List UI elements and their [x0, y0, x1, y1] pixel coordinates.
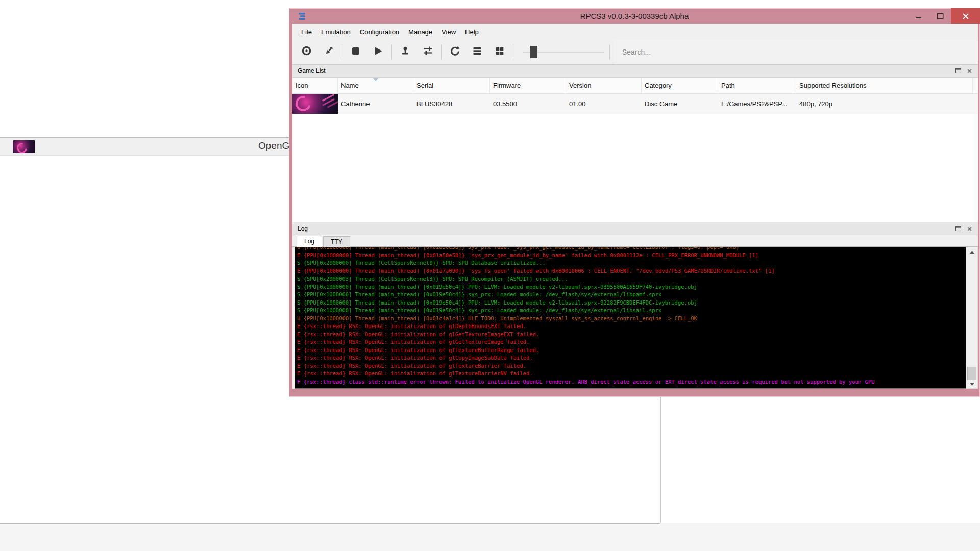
search-box: [614, 40, 978, 64]
log-dock-header[interactable]: Log: [292, 222, 978, 235]
column-header-icon[interactable]: Icon: [292, 78, 338, 93]
column-header-name[interactable]: Name: [338, 78, 413, 93]
log-line-error: E {PPU[0x1000000] Thread (main_thread) […: [297, 267, 966, 276]
log-scrollbar-thumb[interactable]: [967, 367, 976, 380]
log-tab-bar: LogTTY: [292, 235, 978, 247]
game-list-dock-title: Game List: [298, 67, 326, 74]
menu-bar: FileEmulationConfigurationManageViewHelp: [292, 24, 978, 40]
icon-size-slider[interactable]: [523, 42, 604, 62]
menu-file[interactable]: File: [297, 24, 316, 40]
toolbar-refresh-button[interactable]: [446, 42, 464, 62]
log-close-icon[interactable]: [965, 224, 974, 233]
game-list-close-icon[interactable]: [965, 67, 974, 75]
game-cell-version: 01.00: [566, 94, 642, 114]
game-list-float-icon[interactable]: [953, 67, 963, 75]
log-line-error: E {rsx::thread} RSX: OpenGL: initializat…: [297, 338, 966, 346]
tab-log[interactable]: Log: [297, 236, 322, 247]
sort-descending-icon: [373, 78, 378, 81]
refresh-icon: [450, 45, 460, 58]
column-header-category[interactable]: Category: [642, 78, 718, 93]
game-list-dock-header[interactable]: Game List: [292, 64, 978, 78]
game-cell-path: F:/Games/PS2&PSP...: [718, 94, 796, 114]
menu-emulation[interactable]: Emulation: [316, 24, 355, 40]
log-line-error: E {rsx::thread} RSX: OpenGL: initializat…: [297, 370, 966, 378]
fullscreen-exit-icon: [324, 46, 334, 58]
scroll-down-icon[interactable]: [966, 380, 977, 388]
log-line-error: E {rsx::thread} RSX: OpenGL: initializat…: [297, 346, 966, 355]
toolbar-fullscreen-exit-button[interactable]: [320, 42, 338, 62]
slider-handle[interactable]: [530, 46, 537, 58]
log-line-error: E {rsx::thread} RSX: OpenGL: initializat…: [297, 354, 966, 362]
log-line-fatal: F {rsx::thread} class std::runtime_error…: [297, 378, 966, 386]
toolbar-list-view-button[interactable]: [468, 42, 486, 62]
column-header-firmware[interactable]: Firmware: [490, 78, 566, 93]
grid-view-icon: [495, 46, 505, 58]
log-line-success: S {PPU[0x1000000] Thread (main_thread) […: [297, 291, 966, 299]
log-dock-title: Log: [298, 225, 308, 232]
game-cell-resolutions: 480p, 720p: [796, 94, 973, 114]
log-line-error: E {rsx::thread} RSX: OpenGL: initializat…: [297, 331, 966, 339]
game-list-empty-area[interactable]: [292, 114, 978, 222]
toolbar-separator: [513, 44, 513, 60]
toolbar-separator: [342, 44, 342, 60]
toolbar-separator: [609, 44, 610, 60]
toolbar-separator: [391, 44, 392, 60]
game-table-row[interactable]: CatherineBLUS3042803.550001.00Disc GameF…: [292, 94, 978, 114]
desktop-bottom-strip: [0, 523, 980, 551]
toolbar-settings-button[interactable]: [419, 42, 437, 62]
rpcs3-main-window: RPCS3 v0.0.3-3-00339cb Alpha FileEmulati…: [289, 8, 980, 397]
log-line-success: S {SPU[0x2000000] Thread (CellSpursKerne…: [297, 259, 966, 267]
menu-configuration[interactable]: Configuration: [355, 24, 404, 40]
maximize-button[interactable]: [929, 8, 951, 24]
tab-tty[interactable]: TTY: [323, 236, 350, 247]
opengl-window-icon: [13, 140, 35, 153]
window-title: RPCS3 v0.0.3-3-00339cb Alpha: [289, 12, 980, 20]
toolbar-separator: [441, 44, 442, 60]
game-cell-serial: BLUS30428: [413, 94, 490, 114]
column-header-version[interactable]: Version: [566, 78, 642, 93]
log-float-icon[interactable]: [953, 224, 963, 233]
column-header-path[interactable]: Path: [718, 78, 796, 93]
play-icon: [373, 46, 383, 58]
game-cell-firmware: 03.5500: [490, 94, 566, 114]
search-input[interactable]: [614, 47, 978, 57]
menu-manage[interactable]: Manage: [404, 24, 437, 40]
toolbar-pad-settings-button[interactable]: [396, 42, 414, 62]
pad-settings-icon: [400, 46, 410, 58]
toolbar-grid-view-button[interactable]: [491, 42, 509, 62]
log-line-error: E {rsx::thread} RSX: OpenGL: initializat…: [297, 362, 966, 370]
log-line-todo: U {PPU[0x1000000] Thread (main_thread) […: [297, 247, 966, 252]
log-line-todo: U {PPU[0x1000000] Thread (main_thread) […: [297, 315, 966, 323]
log-line-error: E {rsx::thread} RSX: OpenGL: initializat…: [297, 322, 966, 331]
minimize-button[interactable]: [908, 8, 929, 24]
log-line-error: E {PPU[0x1000000] Thread (main_thread) […: [297, 252, 966, 260]
game-cell-category: Disc Game: [642, 94, 718, 114]
column-header-supported-resolutions[interactable]: Supported Resolutions: [796, 78, 973, 93]
game-cover-catherine: [292, 94, 338, 114]
column-header-serial[interactable]: Serial: [413, 78, 490, 93]
log-scrollbar[interactable]: [966, 247, 978, 389]
boot-icon: [301, 45, 312, 58]
log-line-success: S {PPU[0x1000000] Thread (main_thread) […: [297, 299, 966, 307]
toolbar-stop-button[interactable]: [347, 42, 365, 62]
toolbar-play-button[interactable]: [369, 42, 387, 62]
menu-view[interactable]: View: [437, 24, 460, 40]
game-cell-name: Catherine: [338, 94, 413, 114]
main-titlebar[interactable]: RPCS3 v0.0.3-3-00339cb Alpha: [289, 8, 980, 24]
log-line-success: S {SPU[0x2000003] Thread (CellSpursKerne…: [297, 275, 966, 283]
close-button[interactable]: [951, 8, 980, 24]
toolbar-boot-button[interactable]: [297, 42, 315, 62]
menu-help[interactable]: Help: [460, 24, 483, 40]
list-view-icon: [472, 46, 482, 58]
toolbar: [292, 40, 978, 64]
log-line-success: S {PPU[0x1000000] Thread (main_thread) […: [297, 307, 966, 315]
stop-icon: [351, 46, 361, 58]
game-cell-icon: [292, 94, 338, 114]
log-line-success: S {PPU[0x1000000] Thread (main_thread) […: [297, 283, 966, 291]
settings-icon: [423, 45, 433, 58]
scroll-up-icon[interactable]: [966, 247, 977, 256]
game-table-header: IconNameSerialFirmwareVersionCategoryPat…: [292, 78, 978, 94]
log-output[interactable]: U {PPU[0x1000000] Thread (main_thread) […: [295, 247, 966, 389]
